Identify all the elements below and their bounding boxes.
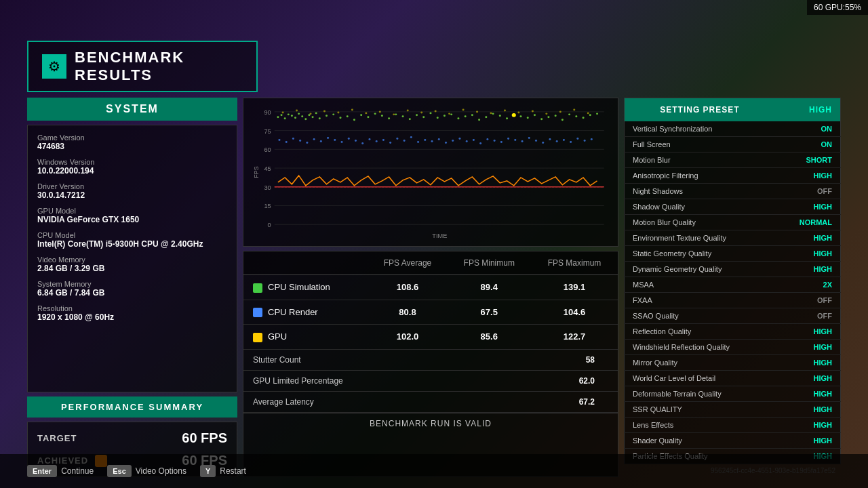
info-label: Video Memory — [37, 256, 227, 264]
fps-chart: 90 75 60 45 30 15 0 FPS TIME — [250, 105, 611, 239]
btn-label: Continue — [61, 466, 94, 476]
svg-point-58 — [527, 117, 529, 119]
svg-point-60 — [540, 118, 542, 120]
svg-point-137 — [573, 108, 575, 110]
setting-label: World Car Level of Detail — [625, 371, 775, 386]
svg-point-118 — [309, 113, 311, 115]
fps-avg: 80.8 — [368, 300, 448, 325]
setting-value: HIGH — [775, 371, 841, 386]
svg-point-117 — [296, 109, 298, 111]
setting-value: ON — [775, 137, 841, 152]
setting-row: SSAO Quality OFF — [625, 308, 841, 324]
setting-value: HIGH — [775, 324, 841, 340]
setting-row: Shadow Quality HIGH — [625, 199, 841, 215]
svg-point-62 — [555, 115, 557, 117]
setting-value: NORMAL — [775, 215, 841, 230]
svg-point-102 — [507, 138, 509, 140]
fps-max: 104.6 — [531, 300, 618, 325]
svg-point-43 — [422, 116, 425, 118]
svg-point-49 — [465, 115, 467, 117]
svg-point-65 — [575, 115, 577, 117]
svg-point-88 — [410, 136, 412, 138]
setting-row: Shader Quality HIGH — [625, 433, 841, 449]
info-value: 6.84 GB / 7.84 GB — [37, 288, 227, 298]
svg-point-46 — [443, 115, 446, 117]
svg-point-96 — [466, 140, 468, 142]
button-hint[interactable]: YRestart — [200, 465, 246, 477]
svg-text:75: 75 — [264, 128, 271, 135]
svg-point-100 — [494, 140, 496, 142]
svg-point-79 — [348, 138, 350, 140]
fps-max: 139.1 — [531, 275, 618, 300]
button-hint[interactable]: EnterContinue — [27, 465, 94, 477]
setting-row: MSAA 2X — [625, 277, 841, 293]
setting-label: Lens Effects — [625, 418, 775, 433]
svg-point-54 — [499, 115, 501, 117]
svg-point-16 — [277, 116, 279, 118]
svg-point-47 — [450, 113, 452, 115]
svg-point-138 — [587, 112, 589, 114]
key-badge: Enter — [27, 465, 57, 477]
setting-value: HIGH — [775, 246, 841, 262]
target-value: 60 FPS — [182, 430, 227, 446]
setting-label: Anisotropic Filtering — [625, 168, 775, 184]
svg-point-20 — [291, 115, 293, 117]
setting-label: Vertical Synchronization — [625, 121, 775, 137]
btn-label: Video Options — [136, 466, 186, 476]
col-header-avg: FPS Average — [368, 251, 448, 275]
svg-point-31 — [339, 117, 341, 119]
svg-point-38 — [388, 117, 390, 119]
table-row: CPU Simulation 108.6 89.4 139.1 — [243, 275, 618, 300]
setting-value: HIGH — [775, 386, 841, 402]
stats-value: 58 — [586, 355, 608, 365]
svg-point-24 — [304, 118, 307, 120]
setting-row: Static Geometry Quality HIGH — [625, 246, 841, 262]
svg-point-45 — [437, 117, 439, 119]
svg-point-121 — [351, 108, 353, 110]
stats-row: GPU Limited Percentage62.0 — [243, 371, 618, 392]
svg-text:90: 90 — [264, 109, 271, 116]
svg-point-82 — [368, 138, 370, 140]
svg-point-132 — [504, 109, 506, 111]
setting-value: HIGH — [775, 355, 841, 371]
svg-point-99 — [486, 138, 488, 140]
setting-value: HIGH — [775, 199, 841, 215]
col-header-max: FPS Maximum — [531, 251, 618, 275]
svg-point-113 — [584, 140, 586, 142]
info-value: 10.0.22000.194 — [37, 166, 227, 176]
key-badge: Esc — [107, 465, 132, 477]
svg-point-127 — [435, 110, 437, 112]
setting-row: Night Shadows OFF — [625, 184, 841, 199]
target-row: TARGET 60 FPS — [37, 430, 227, 446]
right-panel: SETTING PRESET HIGH Vertical Synchroniza… — [624, 98, 841, 477]
key-badge: Y — [200, 465, 216, 477]
info-value: 30.0.14.7212 — [37, 190, 227, 200]
fps-table-container: FPS Average FPS Minimum FPS Maximum CPU … — [243, 251, 618, 477]
setting-value: OFF — [775, 308, 841, 324]
svg-point-23 — [301, 115, 303, 117]
settings-header: SETTING PRESET — [625, 98, 775, 122]
button-hint[interactable]: EscVideo Options — [107, 465, 186, 477]
svg-point-39 — [395, 113, 397, 115]
svg-point-70 — [285, 141, 288, 143]
fps-min: 85.6 — [447, 325, 530, 350]
system-header: SYSTEM — [27, 98, 237, 121]
svg-point-81 — [361, 142, 363, 144]
svg-point-131 — [490, 112, 492, 114]
svg-point-92 — [438, 138, 440, 140]
svg-point-119 — [323, 110, 326, 112]
setting-label: Dynamic Geometry Quality — [625, 262, 775, 277]
stats-label: Stutter Count — [253, 355, 301, 365]
svg-point-28 — [319, 117, 321, 119]
svg-point-107 — [542, 142, 544, 144]
row-label: CPU Render — [243, 300, 368, 325]
setting-row: Lens Effects HIGH — [625, 418, 841, 433]
setting-label: Full Screen — [625, 137, 775, 152]
svg-text:60: 60 — [264, 146, 271, 153]
table-row: CPU Render 80.8 67.5 104.6 — [243, 300, 618, 325]
stats-label: Average Latency — [253, 397, 314, 407]
svg-point-55 — [506, 117, 508, 119]
setting-label: Shadow Quality — [625, 199, 775, 215]
setting-label: Mirror Quality — [625, 355, 775, 371]
svg-point-73 — [306, 142, 308, 144]
